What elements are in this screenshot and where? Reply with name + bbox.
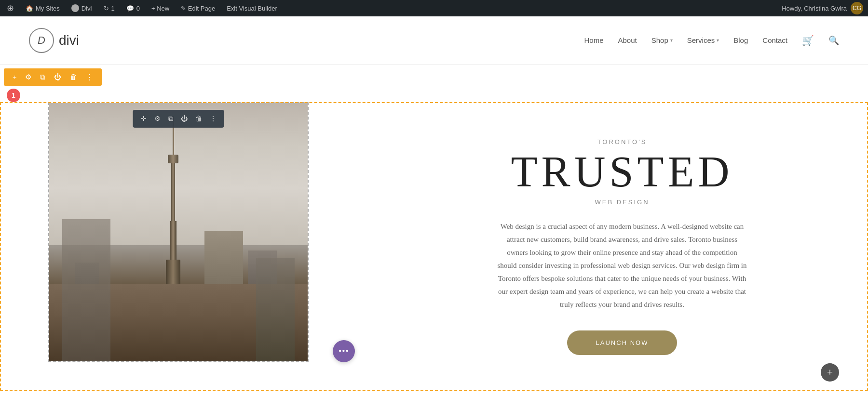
vb-clone-button[interactable]: ⧉ bbox=[37, 71, 48, 83]
services-dropdown-arrow: ▾ bbox=[717, 38, 719, 43]
module-delete-icon: 🗑 bbox=[195, 115, 202, 123]
nav-contact[interactable]: Contact bbox=[762, 36, 787, 44]
web-design-label: WEB DESIGN bbox=[595, 198, 649, 206]
nav-services[interactable]: Services ▾ bbox=[687, 36, 719, 44]
clone-icon: ⧉ bbox=[40, 73, 45, 81]
exit-vb-button[interactable]: Exit Visual Builder bbox=[225, 0, 279, 16]
tower-body-top bbox=[171, 163, 175, 221]
nav-shop[interactable]: Shop ▾ bbox=[651, 36, 673, 44]
logo-text: divi bbox=[59, 33, 79, 48]
vb-add-button[interactable]: + bbox=[10, 71, 19, 83]
floating-dots-button[interactable]: ••• bbox=[333, 340, 355, 362]
shop-dropdown-arrow: ▾ bbox=[670, 38, 673, 43]
image-module[interactable]: ✛ ⚙ ⧉ ⏻ 🗑 ⋮ bbox=[48, 102, 309, 362]
nav-services-label: Services bbox=[687, 36, 715, 44]
search-icon[interactable]: 🔍 bbox=[828, 35, 839, 46]
avatar[interactable]: CG bbox=[851, 2, 863, 14]
move-icon: ✛ bbox=[141, 115, 147, 123]
nav-shop-label: Shop bbox=[651, 36, 668, 44]
howdy-label: Howdy, Christina Gwira bbox=[782, 5, 847, 12]
comments-icon: 💬 bbox=[126, 5, 134, 12]
toronto-label: TORONTO'S bbox=[597, 138, 647, 145]
nav-blog-label: Blog bbox=[733, 36, 748, 44]
vb-delete-button[interactable]: 🗑 bbox=[67, 71, 80, 83]
trusted-heading: TRUSTED bbox=[511, 150, 733, 194]
fg-building2 bbox=[256, 258, 295, 361]
module-toolbar: ✛ ⚙ ⧉ ⏻ 🗑 ⋮ bbox=[133, 110, 224, 128]
cart-icon[interactable]: 🛒 bbox=[802, 35, 814, 46]
scene bbox=[49, 103, 308, 361]
module-clone-icon: ⧉ bbox=[168, 115, 173, 123]
new-menu[interactable]: + New bbox=[149, 0, 171, 16]
cn-tower-image bbox=[49, 103, 308, 361]
text-column: TORONTO'S TRUSTED WEB DESIGN Web design … bbox=[376, 102, 868, 391]
divi-label: Divi bbox=[81, 5, 92, 12]
updates-menu[interactable]: ↻ 1 bbox=[102, 0, 117, 16]
add-icon: + bbox=[13, 73, 16, 81]
launch-now-button[interactable]: LAUNCH NOW bbox=[567, 330, 678, 355]
delete-icon: 🗑 bbox=[70, 73, 77, 81]
divi-menu[interactable]: Divi bbox=[69, 0, 94, 16]
my-sites-menu[interactable]: 🏠 My Sites bbox=[24, 0, 62, 16]
module-toggle-button[interactable]: ⏻ bbox=[178, 113, 190, 125]
dots-icon: ••• bbox=[339, 346, 349, 356]
logo-letter: D bbox=[38, 34, 45, 47]
site-nav: Home About Shop ▾ Services ▾ Blog Contac… bbox=[584, 35, 839, 46]
my-sites-label: My Sites bbox=[36, 5, 60, 12]
admin-bar: ⊕ 🏠 My Sites Divi ↻ 1 💬 0 + New ✎ Edit P… bbox=[0, 0, 868, 16]
toggle-icon: ⏻ bbox=[54, 73, 61, 81]
nav-home[interactable]: Home bbox=[584, 36, 603, 44]
edit-page-label: ✎ Edit Page bbox=[181, 5, 215, 12]
wp-logo[interactable]: ⊕ bbox=[5, 0, 16, 16]
nav-blog[interactable]: Blog bbox=[733, 36, 748, 44]
row-number: 1 bbox=[12, 92, 15, 99]
new-label: + New bbox=[151, 5, 169, 12]
building1 bbox=[204, 231, 243, 289]
module-settings-button[interactable]: ⚙ bbox=[151, 113, 163, 125]
bottom-add-button[interactable]: + bbox=[821, 363, 839, 382]
exit-vb-label: Exit Visual Builder bbox=[227, 5, 277, 12]
nav-contact-label: Contact bbox=[762, 36, 787, 44]
module-move-button[interactable]: ✛ bbox=[138, 113, 149, 125]
update-icon: ↻ bbox=[104, 5, 109, 12]
comments-count: 0 bbox=[136, 5, 140, 12]
description-text: Web design is a crucial aspect of any mo… bbox=[497, 220, 747, 311]
vb-settings-button[interactable]: ⚙ bbox=[22, 71, 34, 83]
comments-menu[interactable]: 💬 0 bbox=[124, 0, 142, 16]
vb-toggle-button[interactable]: ⏻ bbox=[51, 71, 64, 83]
image-column: ✛ ⚙ ⧉ ⏻ 🗑 ⋮ bbox=[0, 102, 376, 391]
vb-row-toolbar: + ⚙ ⧉ ⏻ 🗑 ⋮ bbox=[4, 68, 102, 86]
edit-page-button[interactable]: ✎ Edit Page bbox=[179, 0, 217, 16]
logo-circle: D bbox=[29, 28, 54, 53]
nav-about[interactable]: About bbox=[618, 36, 637, 44]
house-icon: 🏠 bbox=[26, 5, 33, 12]
tower-pod bbox=[168, 155, 178, 163]
module-delete-button[interactable]: 🗑 bbox=[192, 113, 205, 125]
module-toggle-icon: ⏻ bbox=[181, 115, 188, 123]
nav-about-label: About bbox=[618, 36, 637, 44]
settings-icon: ⚙ bbox=[25, 73, 31, 81]
admin-bar-right: Howdy, Christina Gwira CG bbox=[782, 2, 863, 14]
more-icon: ⋮ bbox=[86, 73, 93, 81]
row-number-badge[interactable]: 1 bbox=[7, 89, 20, 102]
vb-more-button[interactable]: ⋮ bbox=[83, 71, 96, 83]
divi-icon bbox=[71, 4, 79, 12]
module-more-button[interactable]: ⋮ bbox=[207, 113, 219, 125]
site-header: D divi Home About Shop ▾ Services ▾ Blog… bbox=[0, 16, 868, 65]
main-content: ✛ ⚙ ⧉ ⏻ 🗑 ⋮ bbox=[0, 102, 868, 391]
updates-count: 1 bbox=[111, 5, 115, 12]
bottom-add-icon: + bbox=[827, 367, 833, 378]
fg-building1 bbox=[62, 219, 110, 361]
module-settings-icon: ⚙ bbox=[154, 115, 161, 123]
module-clone-button[interactable]: ⧉ bbox=[165, 113, 176, 125]
tower-neck bbox=[170, 221, 176, 260]
nav-home-label: Home bbox=[584, 36, 603, 44]
module-more-icon: ⋮ bbox=[210, 115, 217, 123]
site-logo[interactable]: D divi bbox=[29, 28, 79, 53]
wp-icon: ⊕ bbox=[7, 3, 14, 13]
